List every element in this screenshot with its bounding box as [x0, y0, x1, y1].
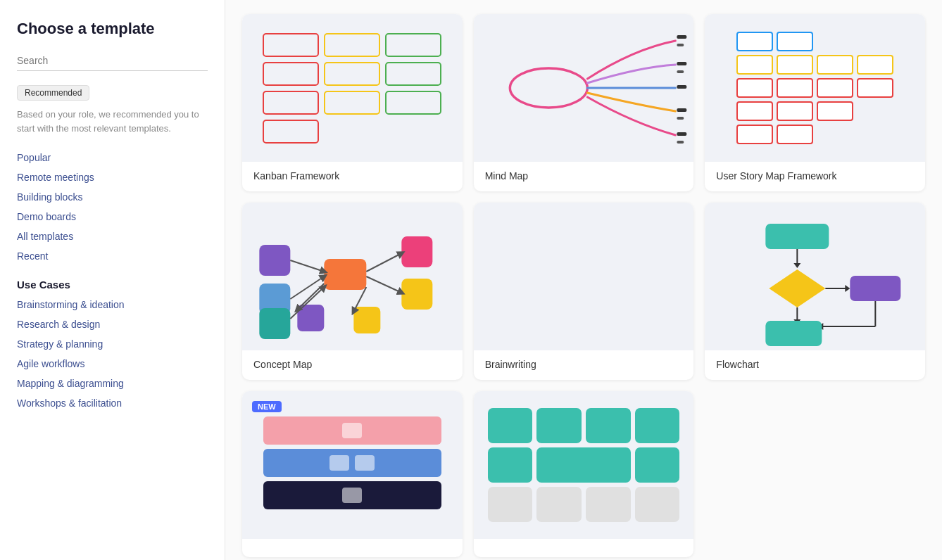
use-cases-title: Use Cases — [17, 279, 208, 291]
brainwriting-label: Brainwriting — [474, 350, 694, 380]
recommended-desc: Based on your role, we recommended you t… — [17, 108, 208, 135]
flowchart-preview-area — [705, 203, 925, 350]
svg-rect-8 — [677, 132, 686, 136]
kanban-label: Kanban Framework — [242, 162, 463, 191]
svg-rect-6 — [677, 108, 686, 112]
sidebar-item-brainstorming[interactable]: Brainstorming & ideation — [17, 295, 208, 314]
svg-marker-28 — [770, 269, 826, 307]
template-card-teal-grid[interactable] — [474, 391, 694, 557]
story-new-label — [242, 539, 463, 557]
svg-rect-3 — [677, 62, 686, 65]
template-card-concept[interactable]: Concept Map — [242, 203, 463, 380]
sidebar-item-recent[interactable]: Recent — [17, 246, 208, 266]
sidebar-item-workshops[interactable]: Workshops & facilitation — [17, 393, 208, 413]
mindmap-preview-area — [474, 14, 694, 162]
svg-rect-1 — [677, 35, 686, 39]
svg-rect-9 — [677, 141, 684, 144]
sidebar-item-agile[interactable]: Agile workflows — [17, 354, 208, 374]
template-card-brainwriting[interactable]: Brainwriting — [474, 203, 694, 380]
svg-line-21 — [366, 253, 401, 272]
svg-rect-37 — [766, 321, 822, 346]
sidebar-item-strategy[interactable]: Strategy & planning — [17, 334, 208, 354]
template-card-mindmap[interactable]: Mind Map — [474, 14, 694, 191]
svg-rect-17 — [353, 307, 380, 333]
svg-rect-4 — [677, 70, 684, 73]
template-card-story-new[interactable]: NEW — [242, 391, 463, 557]
mindmap-label: Mind Map — [474, 162, 694, 191]
story-new-preview-area: NEW — [242, 391, 463, 539]
svg-marker-30 — [846, 285, 850, 292]
svg-point-0 — [510, 68, 587, 108]
svg-rect-7 — [677, 117, 684, 120]
sidebar: Choose a template Recommended Based on y… — [0, 0, 225, 560]
templates-grid: Kanban Framework — [242, 14, 925, 557]
sidebar-item-research[interactable]: Research & design — [17, 314, 208, 334]
concept-preview-area — [242, 203, 463, 350]
template-card-userstory[interactable]: User Story Map Framework — [705, 14, 925, 191]
template-card-kanban[interactable]: Kanban Framework — [242, 14, 463, 191]
svg-rect-12 — [259, 308, 290, 339]
svg-rect-15 — [401, 279, 432, 310]
sidebar-item-building-blocks[interactable]: Building blocks — [17, 187, 208, 207]
teal-grid-preview-area — [474, 391, 694, 539]
brainwriting-preview-area — [474, 203, 694, 350]
templates-main: Kanban Framework — [225, 0, 942, 560]
sidebar-item-demo-boards[interactable]: Demo boards — [17, 207, 208, 227]
sidebar-item-all-templates[interactable]: All templates — [17, 227, 208, 246]
svg-rect-5 — [677, 85, 686, 89]
template-card-flowchart[interactable]: Flowchart — [705, 203, 925, 380]
sidebar-item-mapping[interactable]: Mapping & diagramming — [17, 374, 208, 393]
sidebar-item-popular[interactable]: Popular — [17, 148, 208, 167]
svg-rect-2 — [677, 44, 684, 46]
kanban-preview — [242, 14, 463, 162]
userstory-preview-area — [705, 14, 925, 162]
svg-rect-14 — [401, 236, 432, 267]
svg-rect-31 — [850, 276, 901, 301]
flowchart-label: Flowchart — [705, 350, 925, 380]
svg-line-18 — [290, 260, 324, 272]
svg-line-22 — [366, 276, 401, 293]
svg-rect-25 — [766, 224, 829, 249]
teal-grid-label — [474, 539, 694, 557]
svg-rect-13 — [324, 259, 366, 290]
svg-rect-10 — [259, 245, 290, 276]
page-title: Choose a template — [17, 20, 208, 38]
sidebar-item-remote-meetings[interactable]: Remote meetings — [17, 167, 208, 187]
recommended-badge: Recommended — [17, 85, 89, 101]
new-badge: NEW — [252, 401, 282, 412]
svg-marker-27 — [794, 263, 801, 268]
concept-label: Concept Map — [242, 350, 463, 380]
search-input[interactable] — [17, 51, 208, 71]
userstory-label: User Story Map Framework — [705, 162, 925, 191]
